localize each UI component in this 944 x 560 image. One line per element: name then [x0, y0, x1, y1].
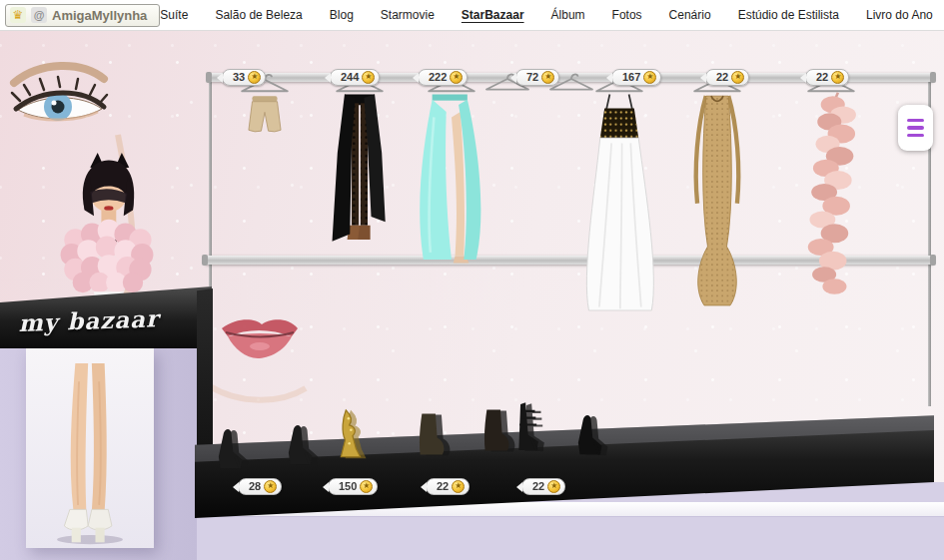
shelf-item-gold-figurine-heels[interactable]: [333, 408, 363, 464]
price-tag[interactable]: 244 ★: [330, 69, 380, 86]
price-value: 167: [622, 72, 640, 83]
price-tag-point: [217, 73, 223, 83]
black-coat-outfit: [320, 91, 400, 255]
price-tag[interactable]: 22 ★: [705, 69, 749, 86]
beige-shorts: [238, 91, 292, 141]
side-menu-button[interactable]: [898, 105, 933, 151]
starcoin-icon: ★: [831, 71, 844, 84]
price-value: 28: [249, 481, 261, 492]
price-value: 22: [816, 72, 828, 83]
shelf-item-dark-boots[interactable]: [477, 406, 511, 458]
menu-icon: [907, 126, 924, 130]
nav-item-starmovie[interactable]: Starmovie: [381, 8, 435, 22]
rack-item-pink-gown[interactable]: [776, 71, 886, 305]
username-label: AmigaMyllynha: [52, 8, 147, 23]
nav-item-salao-de-beleza[interactable]: Salão de Beleza: [215, 8, 302, 22]
price-tag[interactable]: 222 ★: [418, 69, 468, 86]
rack-item-white-gown[interactable]: [564, 71, 674, 317]
price-value: 72: [526, 72, 538, 83]
mannequin-legs: [35, 363, 145, 546]
my-bazaar-sign-text: my bazaar: [0, 282, 213, 336]
price-value: 150: [339, 481, 357, 492]
starcoin-icon: ★: [362, 71, 375, 84]
price-tag-point: [325, 73, 331, 83]
starcoin-icon: ★: [541, 71, 554, 84]
nav-item-livro-do-ano[interactable]: Livro do Ano: [866, 8, 933, 22]
turquoise-slit-skirt: [408, 91, 495, 267]
price-tag-point: [413, 73, 419, 83]
shelf-item-black-heels[interactable]: [212, 426, 246, 474]
price-tag[interactable]: 22 ★: [805, 69, 849, 86]
nav-item-fotos[interactable]: Fotos: [612, 8, 642, 22]
user-profile-badge[interactable]: ♛ @ AmigaMyllynha: [5, 4, 160, 27]
starcoin-icon: ★: [360, 480, 373, 493]
price-tag-point: [516, 482, 522, 492]
price-tag-point: [233, 482, 239, 492]
rack-item-gold-gown[interactable]: [662, 71, 772, 311]
price-tag-point: [606, 73, 612, 83]
nav-item-suite[interactable]: Suíte: [160, 8, 188, 22]
price-tag[interactable]: 167 ★: [611, 69, 661, 86]
price-value: 22: [437, 481, 449, 492]
price-value: 244: [341, 72, 359, 83]
pink-ruffle-gown: [788, 91, 874, 305]
price-tag[interactable]: 150 ★: [328, 478, 378, 495]
price-value: 22: [532, 481, 544, 492]
stardoll-bazaar-page: ♛ @ AmigaMyllynha Suíte Salão de Beleza …: [0, 0, 944, 560]
white-gown-embellished-top: [571, 91, 667, 317]
shelf-item-black-heels-2[interactable]: [282, 422, 316, 470]
starcoin-icon: ★: [450, 71, 463, 84]
bazaar-scene: 33 ★ 244 ★ 222 ★ 72 ★ 167 ★ 22 ★: [0, 31, 944, 560]
chat-bubble-icon: @: [31, 7, 47, 23]
nav-item-starbazaar[interactable]: StarBazaar: [462, 8, 524, 22]
top-navigation-bar: ♛ @ AmigaMyllynha Suíte Salão de Beleza …: [0, 0, 944, 31]
starcoin-icon: ★: [264, 480, 277, 493]
starcoin-icon: ★: [731, 71, 744, 84]
starcoin-icon: ★: [248, 71, 261, 84]
nav-item-cenario[interactable]: Cenário: [669, 8, 711, 22]
nav-item-estudio-de-estilista[interactable]: Estúdio de Estilista: [738, 8, 839, 22]
starcoin-icon: ★: [643, 71, 656, 84]
price-tag-point: [421, 482, 427, 492]
shelf-item-camo-boots[interactable]: [413, 410, 447, 462]
price-tag[interactable]: 22 ★: [426, 478, 470, 495]
nav-item-blog[interactable]: Blog: [330, 8, 354, 22]
gold-lace-gown: [678, 91, 756, 311]
price-value: 22: [716, 72, 728, 83]
price-tag[interactable]: 28 ★: [238, 478, 282, 495]
main-nav: Suíte Salão de Beleza Blog Starmovie Sta…: [160, 8, 944, 22]
price-tag[interactable]: 33 ★: [222, 69, 266, 86]
price-tag[interactable]: 72 ★: [515, 69, 559, 86]
rack-item-turquoise-slit-skirt[interactable]: [397, 71, 506, 267]
crown-icon: ♛: [10, 7, 26, 23]
price-tag[interactable]: 22 ★: [521, 478, 565, 495]
price-value: 222: [429, 72, 447, 83]
starcoin-icon: ★: [452, 480, 465, 493]
menu-icon: [907, 134, 924, 138]
price-value: 33: [233, 72, 245, 83]
price-tag-point: [800, 73, 806, 83]
price-tag-point: [510, 73, 516, 83]
starcoin-icon: ★: [547, 480, 560, 493]
menu-icon: [907, 119, 924, 123]
nav-item-album[interactable]: Álbum: [551, 8, 585, 22]
price-tag-point: [700, 73, 706, 83]
mannequin-display-panel: [26, 348, 154, 548]
my-bazaar-sign: my bazaar: [0, 286, 212, 348]
price-tag-point: [323, 482, 329, 492]
shelf-item-black-strappy-heels[interactable]: [509, 400, 543, 458]
shelf-item-black-heels-3[interactable]: [571, 412, 605, 460]
